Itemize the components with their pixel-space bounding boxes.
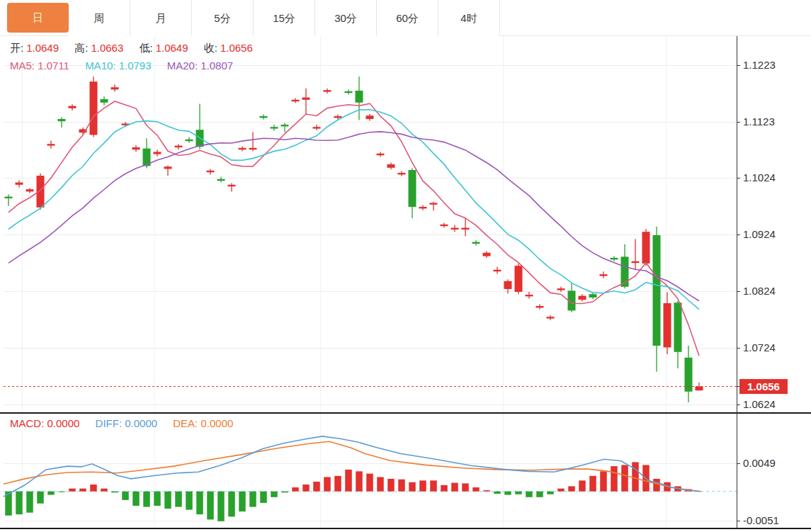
candle-down xyxy=(143,149,151,166)
candle-up xyxy=(228,185,236,186)
tab-30min[interactable]: 30分 xyxy=(315,0,377,36)
tab-5min[interactable]: 5分 xyxy=(192,0,254,36)
price-axis-label: 1.1223 xyxy=(743,59,776,71)
tab-week[interactable]: 周 xyxy=(69,0,130,36)
candle-up xyxy=(90,81,98,135)
macd-bar-negative xyxy=(47,492,55,495)
current-price-tag-text: 1.0656 xyxy=(747,380,780,392)
macd-bar-positive xyxy=(632,462,639,491)
macd-bar-positive xyxy=(653,479,660,492)
candle-up xyxy=(515,266,523,292)
macd-value-legend: MACD: 0.0000 xyxy=(10,417,79,429)
macd-bar-negative xyxy=(526,492,533,497)
macd-bar-positive xyxy=(324,477,331,491)
macd-bar-positive xyxy=(685,489,692,491)
candle-up xyxy=(207,171,215,172)
macd-bar-positive xyxy=(472,487,480,492)
candle-up xyxy=(441,225,448,226)
candle-up xyxy=(696,387,703,391)
candle-down xyxy=(217,179,225,181)
candle-down xyxy=(271,127,278,128)
macd-bar-positive xyxy=(313,482,320,492)
candle-up xyxy=(26,189,34,191)
candle-down xyxy=(611,258,618,259)
tab-4hour[interactable]: 4时 xyxy=(438,0,500,36)
macd-bar-negative xyxy=(271,492,278,497)
candle-down xyxy=(621,256,629,286)
macd-bar-positive xyxy=(451,483,458,492)
candle-down xyxy=(260,116,268,118)
candle-up xyxy=(398,173,406,174)
candle-up xyxy=(557,288,565,290)
open-label: 开: xyxy=(10,42,23,54)
ma20-legend: MA20: 1.0807 xyxy=(167,60,233,72)
candle-up xyxy=(387,164,395,168)
macd-bar-negative xyxy=(5,492,12,516)
macd-bar-negative xyxy=(494,492,501,494)
macd-bar-positive xyxy=(579,480,586,491)
candle-up xyxy=(69,106,76,108)
candle-up xyxy=(664,303,671,347)
macd-bar-negative xyxy=(281,492,288,493)
ma5-legend: MA5: 1.0711 xyxy=(10,60,69,72)
candle-up xyxy=(154,152,161,154)
candle-up xyxy=(47,144,55,145)
candle-up xyxy=(132,147,140,149)
macd-bar-negative xyxy=(111,492,118,493)
ma10-line xyxy=(8,110,699,310)
close-value: 1.0656 xyxy=(220,42,253,54)
candle-up xyxy=(504,281,512,289)
candle-up xyxy=(164,166,172,169)
macd-bar-positive xyxy=(356,471,363,491)
candle-up xyxy=(79,129,87,132)
macd-axis-label: -0.0051 xyxy=(743,514,779,526)
candle-up xyxy=(526,295,533,296)
candle-down xyxy=(568,290,576,310)
macd-bar-negative xyxy=(217,492,225,521)
macd-bar-positive xyxy=(674,486,681,491)
candle-up xyxy=(536,306,544,307)
ma5-line xyxy=(8,101,699,356)
candle-up xyxy=(430,203,438,204)
chart-canvas: 1.12231.11231.10241.09241.08241.07241.06… xyxy=(0,0,811,532)
candle-down xyxy=(472,242,480,244)
candle-up xyxy=(175,146,183,147)
tab-day[interactable]: 日 xyxy=(7,3,69,33)
macd-bar-negative xyxy=(536,492,543,497)
macd-bar-negative xyxy=(515,492,522,494)
candle-up xyxy=(419,207,427,208)
candle-up xyxy=(366,115,374,119)
candle-up xyxy=(377,154,385,155)
macd-bar-positive xyxy=(664,482,671,492)
macd-bar-positive xyxy=(568,486,575,491)
open-value: 1.0649 xyxy=(26,42,59,54)
tab-15min[interactable]: 15分 xyxy=(254,0,315,36)
macd-bar-positive xyxy=(642,465,650,491)
price-axis-label: 1.0724 xyxy=(743,341,776,353)
candle-up xyxy=(111,87,119,89)
candle-down xyxy=(58,119,66,121)
macd-axis-label: 0.0049 xyxy=(743,457,776,469)
tab-60min[interactable]: 60分 xyxy=(377,0,438,36)
macd-bar-positive xyxy=(302,485,310,492)
tab-month[interactable]: 月 xyxy=(130,0,192,36)
high-label: 高: xyxy=(74,42,88,54)
price-axis-label: 1.0824 xyxy=(743,285,776,297)
candle-up xyxy=(249,148,257,149)
macd-bar-negative xyxy=(186,492,193,510)
macd-bar-negative xyxy=(228,492,235,517)
candle-down xyxy=(196,130,204,147)
macd-bar-negative xyxy=(196,492,203,514)
candle-down xyxy=(345,91,353,93)
low-label: 低: xyxy=(139,42,152,54)
ma20-line xyxy=(8,132,699,301)
macd-bar-negative xyxy=(154,492,161,506)
price-axis-label: 1.1123 xyxy=(743,115,775,128)
macd-bar-negative xyxy=(26,492,33,513)
candle-down xyxy=(356,91,363,103)
trading-chart-app: 日 周 月 5分 15分 30分 60分 4时 开:1.0649 高:1.066… xyxy=(0,0,811,532)
candle-up xyxy=(16,183,23,185)
macd-bar-negative xyxy=(239,492,246,511)
macd-bar-positive xyxy=(398,480,405,492)
candle-down xyxy=(409,170,416,207)
